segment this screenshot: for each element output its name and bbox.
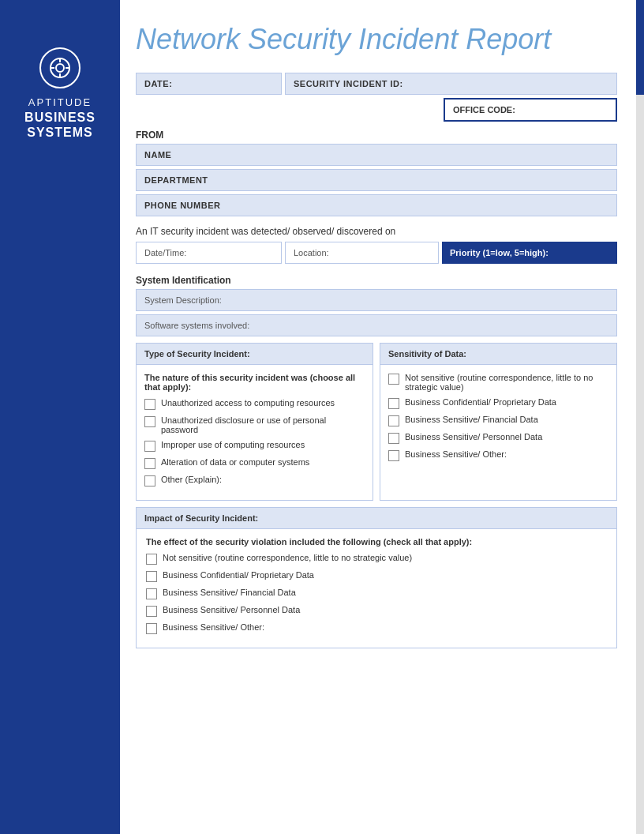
checkbox-label: Business Sensitive/ Personnel Data (405, 432, 542, 441)
main-content: Network Security Incident Report DATE: S… (120, 0, 636, 672)
date-field[interactable]: DATE: (136, 73, 282, 95)
detection-text: An IT security incident was detected/ ob… (136, 226, 617, 237)
detection-row: Date/Time: Location: Priority (1=low, 5=… (136, 242, 617, 264)
logo-icon (48, 56, 72, 80)
checkbox-impact-financial[interactable] (146, 588, 157, 599)
checkbox-label: Business Confidential/ Proprietary Data (405, 397, 556, 407)
type-of-security-incident-box: Type of Security Incident: The nature of… (136, 343, 373, 501)
checkbox-not-sensitive[interactable] (388, 374, 399, 385)
checkbox-label: Business Confidential/ Proprietary Data (163, 570, 314, 580)
list-item: Unauthorized access to computing resourc… (144, 398, 365, 410)
scrollbar[interactable] (636, 0, 644, 834)
list-item: Business Sensitive/ Personnel Data (388, 432, 608, 444)
checkbox-personnel[interactable] (388, 433, 399, 444)
checkbox-label: Improper use of computing resources (161, 440, 305, 449)
from-label: FROM (136, 130, 617, 141)
checkbox-label: Business Sensitive/ Other: (163, 622, 264, 632)
impact-section: Impact of Security Incident: The effect … (136, 507, 617, 648)
type-security-header: Type of Security Incident: (137, 344, 373, 365)
office-code-field[interactable]: OFFICE CODE: (444, 98, 617, 122)
list-item: Improper use of computing resources (144, 440, 365, 452)
sensitivity-header: Sensitivity of Data: (380, 344, 616, 365)
list-item: Business Confidential/ Proprietary Data (388, 397, 608, 409)
checkbox-label: Not sensitive (routine correspondence, l… (163, 553, 412, 562)
checkbox-impact-personnel[interactable] (146, 606, 157, 617)
checkbox-label: Other (Explain): (161, 475, 222, 484)
impact-intro: The effect of the security violation inc… (146, 537, 607, 547)
checkbox-improper-use[interactable] (144, 441, 155, 452)
business-label: BUSINESS SYSTEMS (0, 110, 120, 140)
system-identification-heading: System Identification (136, 275, 617, 286)
checkbox-impact-other[interactable] (146, 623, 157, 634)
list-item: Business Confidential/ Proprietary Data (146, 570, 607, 582)
checkbox-unauthorized-access[interactable] (144, 399, 155, 410)
checkbox-unauthorized-disclosure[interactable] (144, 416, 155, 427)
aptitude-label: APTITUDE (28, 96, 92, 108)
two-col-section: Type of Security Incident: The nature of… (136, 343, 617, 501)
department-field[interactable]: DEPARTMENT (136, 169, 617, 191)
checkbox-other-sensitivity[interactable] (388, 450, 399, 461)
nature-text: The nature of this security incident was… (144, 373, 365, 392)
sensitivity-body: Not sensitive (routine correspondence, l… (380, 365, 616, 475)
logo-circle (39, 47, 80, 88)
checkbox-confidential[interactable] (388, 398, 399, 409)
impact-body: The effect of the security violation inc… (137, 529, 616, 648)
phone-field[interactable]: PHONE NUMBER (136, 194, 617, 216)
security-incident-id-field[interactable]: SECURITY INCIDENT ID: (285, 73, 617, 95)
checkbox-financial[interactable] (388, 415, 399, 426)
checkbox-other[interactable] (144, 475, 155, 486)
location-field[interactable]: Location: (285, 242, 439, 264)
list-item: Business Sensitive/ Personnel Data (146, 605, 607, 617)
checkbox-label: Business Sensitive/ Other: (405, 449, 507, 459)
list-item: Business Sensitive/ Other: (388, 449, 608, 461)
checkbox-label: Not sensitive (routine correspondence, l… (405, 373, 608, 392)
checkbox-label: Alteration of data or computer systems (161, 457, 309, 467)
checkbox-impact-confidential[interactable] (146, 571, 157, 582)
checkbox-label: Business Sensitive/ Financial Data (163, 588, 296, 597)
office-code-row: OFFICE CODE: (136, 98, 617, 122)
priority-field[interactable]: Priority (1=low, 5=high): (442, 242, 617, 264)
list-item: Not sensitive (routine correspondence, l… (388, 373, 608, 392)
list-item: Alteration of data or computer systems (144, 457, 365, 469)
list-item: Business Sensitive/ Financial Data (146, 588, 607, 599)
checkbox-impact-not-sensitive[interactable] (146, 554, 157, 565)
list-item: Business Sensitive/ Other: (146, 622, 607, 634)
datetime-field[interactable]: Date/Time: (136, 242, 282, 264)
software-systems-field[interactable]: Software systems involved: (136, 314, 617, 336)
system-description-field[interactable]: System Description: (136, 289, 617, 311)
scrollbar-thumb[interactable] (636, 0, 644, 95)
sensitivity-of-data-box: Sensitivity of Data: Not sensitive (rout… (380, 343, 617, 501)
impact-header: Impact of Security Incident: (137, 508, 616, 529)
page-title: Network Security Incident Report (136, 24, 617, 55)
checkbox-label: Business Sensitive/ Personnel Data (163, 605, 300, 614)
name-field[interactable]: NAME (136, 144, 617, 166)
sidebar: APTITUDE BUSINESS SYSTEMS (0, 0, 120, 834)
list-item: Business Sensitive/ Financial Data (388, 415, 608, 426)
list-item: Other (Explain): (144, 475, 365, 486)
list-item: Not sensitive (routine correspondence, l… (146, 553, 607, 565)
checkbox-alteration[interactable] (144, 458, 155, 469)
list-item: Unauthorized disclosure or use of person… (144, 415, 365, 434)
checkbox-label: Business Sensitive/ Financial Data (405, 415, 538, 424)
checkbox-label: Unauthorized access to computing resourc… (161, 398, 335, 408)
top-fields-row: DATE: SECURITY INCIDENT ID: (136, 73, 617, 95)
svg-point-1 (56, 64, 64, 72)
checkbox-label: Unauthorized disclosure or use of person… (161, 415, 365, 434)
type-security-body: The nature of this security incident was… (137, 365, 373, 500)
